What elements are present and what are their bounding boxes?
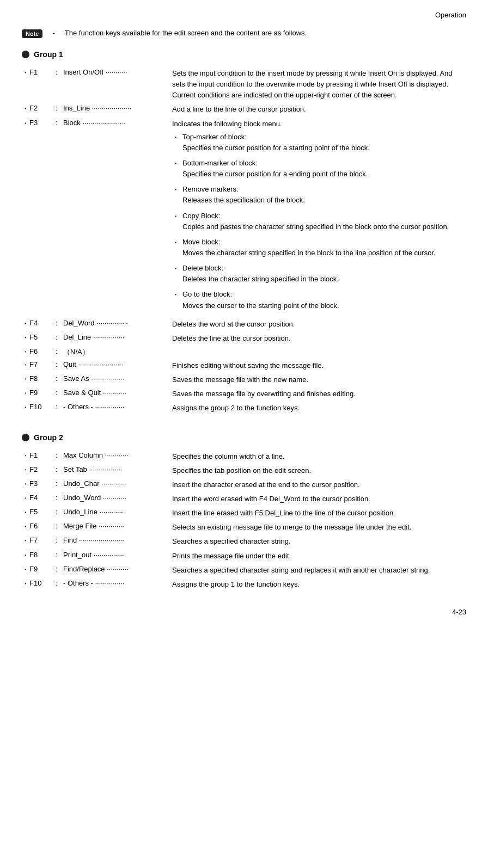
sub-title: Go to the block: [182, 290, 232, 298]
bullet: ・ [22, 563, 29, 577]
func-name: Merge File ············· [63, 520, 172, 534]
func-name: - Others - ··············· [63, 577, 172, 592]
func-key: F6 [29, 520, 56, 534]
func-name: Find ······················· [63, 534, 172, 549]
func-name: Undo_Char ············· [63, 478, 172, 492]
sub-body: Releases the specification of the block. [182, 196, 305, 204]
bullet: ・ [22, 331, 29, 346]
colon: : [56, 563, 63, 577]
group-dot-2 [22, 434, 29, 441]
sub-title: Remove markers: [182, 185, 239, 193]
func-name: - Others - ··············· [63, 401, 172, 415]
sub-bullet: ・ [172, 184, 179, 195]
group-header-2: Group 2 [22, 433, 466, 442]
func-desc: Searches a specified character string. [172, 534, 466, 549]
func-desc: Selects an existing message file to merg… [172, 520, 466, 534]
func-name: Set Tab ················· [63, 464, 172, 478]
colon: : [56, 506, 63, 520]
sub-content: Top-marker of block:Specifies the cursor… [182, 132, 370, 153]
sub-content: Delete block:Deletes the character strin… [182, 263, 339, 285]
func-name: Del_Line ················ [63, 331, 172, 346]
colon: : [56, 478, 63, 492]
sub-body: Deletes the character string specified i… [182, 275, 339, 283]
func-key: F9 [29, 563, 56, 577]
bullet: ・ [22, 549, 29, 563]
sub-content: Bottom-marker of block:Specifies the cur… [182, 158, 368, 180]
note-box: Note - The function keys available for t… [22, 29, 466, 38]
colon: : [56, 117, 63, 317]
func-key: F10 [29, 401, 56, 415]
colon: : [56, 317, 63, 331]
func-name: Undo_Word ············ [63, 492, 172, 506]
colon: : [56, 331, 63, 346]
sub-content: Copy Block:Copies and pastes the charact… [182, 211, 449, 232]
colon: : [56, 346, 63, 359]
table-row: ・F5:Undo_Line ············Insert the lin… [22, 506, 466, 520]
func-key: F4 [29, 317, 56, 331]
colon: : [56, 464, 63, 478]
group-label-2: Group 2 [34, 433, 63, 442]
table-row: ・F1:Insert On/Off ···········Sets the in… [22, 66, 466, 102]
func-desc: Prints the message file under the edit. [172, 549, 466, 563]
bullet: ・ [22, 346, 29, 359]
list-item: ・Move block:Moves the character string s… [172, 237, 466, 258]
bullet: ・ [22, 577, 29, 592]
func-name: Print_out ················ [63, 549, 172, 563]
table-row: ・F6:Merge File ·············Selects an e… [22, 520, 466, 534]
func-desc: Saves the message file by overwriting an… [172, 387, 466, 401]
func-name: Save As ················· [63, 373, 172, 387]
sub-body: Copies and pastes the character string s… [182, 223, 449, 231]
colon: : [56, 520, 63, 534]
list-item: ・Delete block:Deletes the character stri… [172, 263, 466, 285]
colon: : [56, 359, 63, 373]
func-key: F1 [29, 450, 56, 464]
func-name: Find/Replace ··········· [63, 563, 172, 577]
func-name: Quit ······················· [63, 359, 172, 373]
colon: : [56, 450, 63, 464]
table-row: ・F1:Max Column ············Specifies the… [22, 450, 466, 464]
table-row: ・F7:Find ·······················Searches… [22, 534, 466, 549]
bullet: ・ [22, 359, 29, 373]
func-desc: Specifies the column width of a line. [172, 450, 466, 464]
func-name: Save & Quit ············ [63, 387, 172, 401]
page-footer: 4-23 [22, 608, 466, 616]
func-key: F3 [29, 478, 56, 492]
table-row: ・F4:Del_Word ················Deletes the… [22, 317, 466, 331]
func-desc: Assigns the group 1 to the function keys… [172, 577, 466, 592]
func-desc: Searches a specified character string an… [172, 563, 466, 577]
table-row: ・F3:Block ······················Indicate… [22, 117, 466, 317]
colon: : [56, 577, 63, 592]
table-row: ・F9:Save & Quit ············Saves the me… [22, 387, 466, 401]
table-row: ・F9:Find/Replace ···········Searches a s… [22, 563, 466, 577]
bullet: ・ [22, 317, 29, 331]
bullet: ・ [22, 506, 29, 520]
colon: : [56, 549, 63, 563]
sub-title: Copy Block: [182, 212, 220, 220]
sub-content: Go to the block:Moves the cursor to the … [182, 289, 339, 311]
func-desc: Deletes the line at the cursor position. [172, 331, 466, 346]
bullet: ・ [22, 387, 29, 401]
colon: : [56, 102, 63, 116]
group-header-1: Group 1 [22, 50, 466, 59]
func-desc: Specifies the tab position on the edit s… [172, 464, 466, 478]
sub-body: Specifies the cursor position for a endi… [182, 170, 368, 178]
func-key: F1 [29, 66, 56, 102]
sub-title: Bottom-marker of block: [182, 159, 258, 167]
sub-title: Delete block: [182, 264, 223, 272]
sub-title: Move block: [182, 238, 220, 246]
sub-content: Remove markers:Releases the specificatio… [182, 184, 305, 206]
bullet: ・ [22, 492, 29, 506]
colon: : [56, 492, 63, 506]
bullet: ・ [22, 534, 29, 549]
table-row: ・F10:- Others - ···············Assigns t… [22, 401, 466, 415]
page-number: 4-23 [452, 608, 466, 616]
note-badge: Note [22, 29, 42, 38]
func-table-group2: ・F1:Max Column ············Specifies the… [22, 450, 466, 592]
bullet: ・ [22, 66, 29, 102]
note-dash: - [52, 29, 54, 37]
func-name: Undo_Line ············ [63, 506, 172, 520]
bullet: ・ [22, 401, 29, 415]
list-item: ・Remove markers:Releases the specificati… [172, 184, 466, 206]
group-label-1: Group 1 [34, 50, 63, 59]
func-key: F5 [29, 331, 56, 346]
